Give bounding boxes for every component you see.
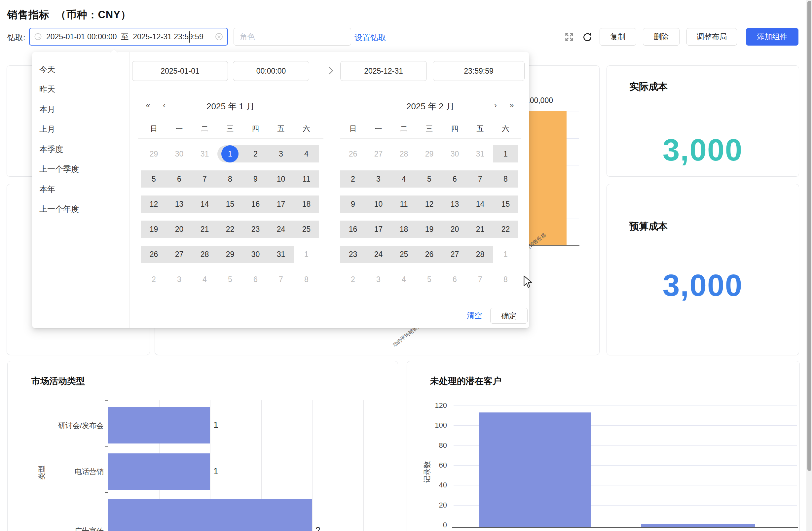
day-cell-7[interactable]: 7: [467, 166, 493, 192]
day-cell-27[interactable]: 27: [442, 242, 467, 267]
day-cell-13[interactable]: 13: [166, 192, 192, 217]
bar[interactable]: [479, 412, 591, 527]
preset-item-7[interactable]: 本年: [32, 179, 130, 199]
day-cell-9[interactable]: 9: [243, 166, 268, 192]
day-cell-12[interactable]: 12: [417, 192, 442, 217]
day-cell-14[interactable]: 14: [467, 192, 493, 217]
day-cell-8[interactable]: 8: [217, 166, 243, 192]
day-cell-7[interactable]: 7: [192, 166, 217, 192]
day-cell-3[interactable]: 3: [166, 267, 192, 292]
day-cell-10[interactable]: 10: [268, 166, 294, 192]
day-cell-16[interactable]: 16: [243, 192, 268, 217]
day-cell-6[interactable]: 6: [442, 267, 467, 292]
day-cell-30[interactable]: 30: [442, 141, 467, 166]
day-cell-4[interactable]: 4: [391, 166, 417, 192]
day-cell-11[interactable]: 11: [294, 166, 319, 192]
day-cell-5[interactable]: 5: [417, 166, 442, 192]
day-cell-19[interactable]: 19: [417, 217, 442, 242]
fullscreen-icon[interactable]: [563, 31, 575, 43]
day-cell-5[interactable]: 5: [141, 166, 166, 192]
day-cell-6[interactable]: 6: [166, 166, 192, 192]
day-cell-1[interactable]: 1: [217, 141, 243, 166]
nav-next-month-icon[interactable]: ›: [494, 101, 497, 110]
day-cell-28[interactable]: 28: [192, 242, 217, 267]
preset-item-2[interactable]: 昨天: [32, 79, 130, 99]
day-cell-1[interactable]: 1: [493, 141, 518, 166]
bar[interactable]: [641, 524, 755, 527]
day-cell-13[interactable]: 13: [442, 192, 467, 217]
day-cell-21[interactable]: 21: [467, 217, 493, 242]
day-cell-2[interactable]: 2: [340, 267, 366, 292]
picker-start-date-input[interactable]: 2025-01-01: [132, 61, 228, 81]
day-cell-25[interactable]: 25: [391, 242, 417, 267]
day-cell-15[interactable]: 15: [493, 192, 518, 217]
day-cell-25[interactable]: 25: [294, 217, 319, 242]
day-cell-8[interactable]: 8: [493, 267, 518, 292]
preset-item-5[interactable]: 本季度: [32, 139, 130, 159]
day-cell-26[interactable]: 26: [340, 141, 366, 166]
day-cell-24[interactable]: 24: [366, 242, 391, 267]
date-range-input[interactable]: 2025-01-01 00:00:00 至 2025-12-31 23:59:5…: [29, 28, 228, 46]
picker-end-time-input[interactable]: 23:59:59: [433, 61, 525, 81]
day-cell-23[interactable]: 23: [340, 242, 366, 267]
preset-item-1[interactable]: 今天: [32, 59, 130, 79]
day-cell-20[interactable]: 20: [442, 217, 467, 242]
adjust-layout-button[interactable]: 调整布局: [686, 28, 737, 46]
day-cell-10[interactable]: 10: [366, 192, 391, 217]
day-cell-24[interactable]: 24: [268, 217, 294, 242]
scrollbar-track[interactable]: [807, 0, 812, 531]
day-cell-17[interactable]: 17: [366, 217, 391, 242]
day-cell-8[interactable]: 8: [493, 166, 518, 192]
day-cell-18[interactable]: 18: [294, 192, 319, 217]
ok-button[interactable]: 确定: [490, 308, 527, 324]
bar[interactable]: [108, 499, 312, 531]
day-cell-2[interactable]: 2: [141, 267, 166, 292]
day-cell-5[interactable]: 5: [217, 267, 243, 292]
day-cell-31[interactable]: 31: [467, 141, 493, 166]
picker-end-date-input[interactable]: 2025-12-31: [340, 61, 427, 81]
clear-icon[interactable]: [215, 32, 223, 41]
day-cell-23[interactable]: 23: [243, 217, 268, 242]
day-cell-22[interactable]: 22: [217, 217, 243, 242]
day-cell-27[interactable]: 27: [166, 242, 192, 267]
preset-item-3[interactable]: 本月: [32, 99, 130, 119]
day-cell-28[interactable]: 28: [467, 242, 493, 267]
day-cell-26[interactable]: 26: [417, 242, 442, 267]
preset-item-6[interactable]: 上一个季度: [32, 159, 130, 179]
day-cell-12[interactable]: 12: [141, 192, 166, 217]
nav-prev-month-icon[interactable]: ‹: [163, 101, 165, 110]
bar[interactable]: [108, 453, 210, 490]
day-cell-7[interactable]: 7: [467, 267, 493, 292]
day-cell-15[interactable]: 15: [217, 192, 243, 217]
day-cell-3[interactable]: 3: [366, 166, 391, 192]
day-cell-1[interactable]: 1: [493, 242, 518, 267]
delete-button[interactable]: 删除: [643, 28, 680, 46]
setup-drill-link[interactable]: 设置钻取: [354, 32, 386, 43]
bar[interactable]: [108, 407, 210, 443]
nav-prev-year-icon[interactable]: «: [146, 101, 150, 110]
picker-start-time-input[interactable]: 00:00:00: [233, 61, 309, 81]
preset-item-4[interactable]: 上月: [32, 119, 130, 139]
day-cell-9[interactable]: 9: [340, 192, 366, 217]
day-cell-4[interactable]: 4: [294, 141, 319, 166]
day-cell-20[interactable]: 20: [166, 217, 192, 242]
clear-button[interactable]: 清空: [467, 310, 482, 321]
day-cell-4[interactable]: 4: [192, 267, 217, 292]
day-cell-2[interactable]: 2: [340, 166, 366, 192]
scrollbar-thumb[interactable]: [807, 1, 811, 471]
day-cell-31[interactable]: 31: [268, 242, 294, 267]
day-cell-11[interactable]: 11: [391, 192, 417, 217]
day-cell-26[interactable]: 26: [141, 242, 166, 267]
day-cell-30[interactable]: 30: [166, 141, 192, 166]
day-cell-29[interactable]: 29: [217, 242, 243, 267]
day-cell-28[interactable]: 28: [391, 141, 417, 166]
role-input[interactable]: 角色: [234, 28, 351, 46]
add-component-button[interactable]: 添加组件: [746, 28, 798, 46]
day-cell-30[interactable]: 30: [243, 242, 268, 267]
day-cell-3[interactable]: 3: [268, 141, 294, 166]
day-cell-14[interactable]: 14: [192, 192, 217, 217]
day-cell-5[interactable]: 5: [417, 267, 442, 292]
day-cell-27[interactable]: 27: [366, 141, 391, 166]
refresh-icon[interactable]: [581, 31, 593, 43]
day-cell-19[interactable]: 19: [141, 217, 166, 242]
